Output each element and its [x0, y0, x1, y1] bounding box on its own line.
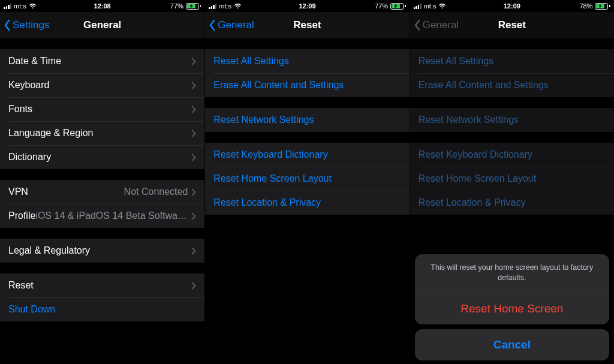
- row-label: Reset Network Settings: [213, 115, 314, 125]
- settings-row[interactable]: Reset Keyboard Dictionary: [205, 143, 409, 167]
- settings-row[interactable]: Reset Home Screen Layout: [205, 167, 409, 191]
- settings-row[interactable]: VPN Not Connected: [0, 180, 204, 204]
- row-label: Erase All Content and Settings: [213, 80, 344, 91]
- settings-group: Reset Keyboard Dictionary Reset Home Scr…: [410, 143, 614, 215]
- chevron-right-icon: [191, 154, 196, 161]
- settings-row[interactable]: Profile iOS 14 & iPadOS 14 Beta Softwar.…: [0, 204, 204, 228]
- settings-row[interactable]: Reset Network Settings: [410, 108, 614, 132]
- sheet-message: This will reset your home screen layout …: [415, 254, 609, 293]
- charging-icon: [394, 4, 398, 8]
- row-label: Reset Location & Privacy: [213, 197, 321, 208]
- settings-row[interactable]: Reset Home Screen Layout: [410, 167, 614, 191]
- chevron-right-icon: [191, 212, 196, 220]
- chevron-right-icon: [191, 282, 196, 290]
- status-bar: mt:s 12:09 78%: [410, 0, 614, 12]
- status-bar: mt:s 12:09 77%: [205, 0, 409, 12]
- row-label: Reset Location & Privacy: [419, 197, 526, 208]
- nav-bar: General Reset: [410, 12, 614, 38]
- page-title: General: [0, 19, 204, 31]
- row-value: iOS 14 & iPadOS 14 Beta Softwar...: [35, 210, 191, 221]
- settings-group: VPN Not Connected Profile iOS 14 & iPadO…: [0, 180, 204, 228]
- settings-group: Reset Shut Down: [0, 273, 204, 321]
- settings-row[interactable]: Fonts: [0, 97, 204, 121]
- charging-icon: [189, 4, 193, 8]
- row-label: Reset All Settings: [419, 56, 493, 67]
- settings-group: Reset Network Settings: [205, 108, 409, 132]
- status-time: 12:09: [410, 2, 614, 10]
- settings-row[interactable]: Reset Network Settings: [205, 108, 409, 132]
- settings-row[interactable]: Reset Location & Privacy: [205, 191, 409, 215]
- row-label: Reset Home Screen Layout: [419, 173, 537, 184]
- status-time: 12:08: [0, 2, 204, 10]
- settings-group: Reset All Settings Erase All Content and…: [410, 49, 614, 97]
- row-label: Fonts: [8, 104, 32, 115]
- row-label: Reset Keyboard Dictionary: [419, 149, 532, 160]
- settings-group: Reset Keyboard Dictionary Reset Home Scr…: [205, 143, 409, 215]
- settings-row[interactable]: Language & Region: [0, 121, 204, 145]
- settings-row[interactable]: Shut Down: [0, 297, 204, 321]
- settings-row[interactable]: Reset All Settings: [410, 49, 614, 73]
- phone-screenshot-3: mt:s 12:09 78% General Reset Reset All S…: [410, 0, 614, 364]
- charging-icon: [598, 4, 602, 8]
- settings-row[interactable]: Reset: [0, 273, 204, 297]
- settings-row[interactable]: Reset Keyboard Dictionary: [410, 143, 614, 167]
- row-label: Erase All Content and Settings: [419, 80, 549, 91]
- row-label: Language & Region: [8, 128, 93, 139]
- row-label: Reset: [8, 280, 34, 291]
- settings-row[interactable]: Keyboard: [0, 73, 204, 97]
- nav-bar: Settings General: [0, 12, 204, 38]
- row-value: Not Connected: [28, 186, 191, 197]
- row-label: VPN: [8, 186, 28, 197]
- chevron-right-icon: [191, 82, 196, 89]
- battery-icon: [186, 3, 201, 10]
- phone-screenshot-1: mt:s 12:08 77% Settings General Date & T…: [0, 0, 204, 364]
- phone-screenshot-2: mt:s 12:09 77% General Reset Reset All S…: [204, 0, 409, 364]
- nav-bar: General Reset: [205, 12, 409, 38]
- row-label: Reset Network Settings: [419, 115, 519, 125]
- chevron-right-icon: [191, 247, 196, 255]
- row-label: Reset Home Screen Layout: [213, 173, 332, 184]
- status-time: 12:09: [205, 2, 409, 10]
- settings-row[interactable]: Erase All Content and Settings: [410, 73, 614, 97]
- page-title: Reset: [410, 19, 614, 31]
- settings-group: Reset Network Settings: [410, 108, 614, 132]
- settings-row[interactable]: Reset All Settings: [205, 49, 409, 73]
- settings-row[interactable]: Dictionary: [0, 145, 204, 169]
- row-label: Profile: [8, 210, 35, 221]
- page-title: Reset: [205, 19, 409, 31]
- row-label: Legal & Regulatory: [8, 245, 90, 256]
- settings-group: Reset All Settings Erase All Content and…: [205, 49, 409, 97]
- row-label: Reset All Settings: [213, 56, 288, 67]
- row-label: Date & Time: [8, 56, 61, 67]
- content-area: Reset All Settings Erase All Content and…: [205, 38, 409, 364]
- chevron-right-icon: [191, 106, 196, 113]
- row-label: Reset Keyboard Dictionary: [213, 149, 327, 160]
- row-label: Shut Down: [8, 304, 55, 315]
- chevron-right-icon: [191, 130, 196, 137]
- reset-home-screen-button[interactable]: Reset Home Screen: [415, 293, 609, 324]
- row-label: Dictionary: [8, 152, 51, 163]
- settings-group: Legal & Regulatory: [0, 239, 204, 263]
- settings-row[interactable]: Erase All Content and Settings: [205, 73, 409, 97]
- content-area: Date & Time Keyboard Fonts Language & Re…: [0, 38, 204, 364]
- settings-group: Date & Time Keyboard Fonts Language & Re…: [0, 49, 204, 169]
- action-sheet: This will reset your home screen layout …: [415, 254, 609, 360]
- battery-icon: [390, 3, 406, 10]
- chevron-right-icon: [191, 188, 196, 196]
- settings-row[interactable]: Reset Location & Privacy: [410, 191, 614, 215]
- status-bar: mt:s 12:08 77%: [0, 0, 204, 12]
- settings-row[interactable]: Legal & Regulatory: [0, 239, 204, 263]
- row-label: Keyboard: [8, 80, 50, 91]
- cancel-button[interactable]: Cancel: [415, 329, 609, 360]
- chevron-right-icon: [191, 58, 196, 65]
- settings-row[interactable]: Date & Time: [0, 49, 204, 73]
